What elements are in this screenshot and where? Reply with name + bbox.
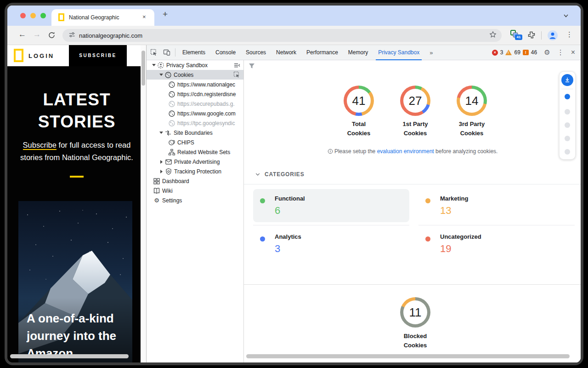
category-uncategorized[interactable]: Uncategorized 19: [418, 227, 575, 260]
sidebar-item-url-securepubads[interactable]: https://securepubads.g.: [147, 99, 243, 109]
inspect-element-icon[interactable]: [150, 49, 158, 56]
bookmark-star-icon[interactable]: [489, 31, 497, 40]
page-horizontal-scrollbar[interactable]: [10, 354, 129, 358]
tab-performance[interactable]: Performance: [301, 45, 343, 60]
tab-sources[interactable]: Sources: [241, 45, 271, 60]
sidebar-item-dashboard[interactable]: Dashboard: [147, 176, 243, 186]
sidebar-item-url-google[interactable]: https://www.google.com: [147, 109, 243, 118]
devtools-menu-icon[interactable]: ⋮: [557, 48, 564, 57]
nav-dot[interactable]: [565, 149, 570, 155]
browser-menu-icon[interactable]: ⋮: [566, 30, 573, 39]
expanded-arrow-icon[interactable]: [159, 132, 163, 134]
card-caption-line2: journey into the: [27, 329, 128, 343]
story-card[interactable]: A one-of-a-kind journey into the Amazon: [18, 201, 132, 362]
panel-divider: [561, 89, 573, 89]
warning-count: 69: [514, 49, 520, 56]
collapsed-arrow-icon[interactable]: [160, 170, 163, 173]
sidebar-item-privacy-sandbox[interactable]: Privacy Sandbox: [147, 60, 243, 70]
category-marketing[interactable]: Marketing 13: [418, 189, 575, 222]
cookie-icon: [168, 110, 175, 117]
site-header: LOGIN SUBSCRIBE: [7, 45, 146, 66]
page-scrollbar-thumb[interactable]: [141, 51, 145, 86]
site-boundaries-icon: [164, 129, 172, 137]
warning-icon[interactable]: !: [505, 50, 512, 55]
traffic-light-close[interactable]: [20, 13, 26, 18]
download-report-button[interactable]: [561, 74, 573, 86]
expanded-arrow-icon[interactable]: [159, 74, 163, 76]
tab-search-chevron-icon[interactable]: [562, 12, 570, 21]
browser-toolbar: ← → nationalgeographic.com 41 ⋮: [7, 26, 581, 45]
sidebar-item-url-nationalgeographic[interactable]: https://www.nationalgec: [147, 80, 243, 89]
tab-privacy-sandbox[interactable]: Privacy Sandbox: [373, 45, 424, 60]
cookie-icon: [168, 120, 175, 127]
subscribe-text-link[interactable]: Subscribe: [23, 141, 57, 150]
evaluation-environment-link[interactable]: evaluation environment: [377, 148, 434, 155]
collapsed-arrow-icon[interactable]: [160, 160, 163, 164]
browser-tab[interactable]: National Geographic ×: [51, 9, 154, 26]
toolbar-divider: [541, 31, 542, 40]
categories-title: CATEGORIES: [265, 171, 304, 178]
issues-icon[interactable]: !: [523, 50, 529, 55]
browser-window: National Geographic × + ← → nationalgeog…: [7, 6, 581, 362]
natgeo-logo[interactable]: [14, 49, 23, 62]
sidebar-item-url-registerdisney[interactable]: https://cdn.registerdisne: [147, 89, 243, 99]
inspect-cookies-icon[interactable]: [233, 71, 241, 79]
categories-header[interactable]: CATEGORIES: [255, 171, 304, 178]
nav-dot[interactable]: [565, 136, 570, 141]
devtools-tab-bar: Elements Console Sources Network Perform…: [147, 45, 581, 60]
sidebar-item-related-website-sets[interactable]: Related Website Sets: [147, 147, 243, 157]
tab-memory[interactable]: Memory: [343, 45, 373, 60]
psat-extension-icon[interactable]: 41: [510, 29, 522, 41]
error-icon[interactable]: ×: [492, 50, 498, 56]
first-party-cookies-label: 1st PartyCookies: [388, 120, 443, 138]
category-analytics[interactable]: Analytics 3: [253, 227, 409, 260]
sidebar-item-url-googlesyndication[interactable]: https://tpc.googlesyndic: [147, 118, 243, 128]
new-tab-button[interactable]: +: [163, 9, 168, 19]
traffic-light-minimize[interactable]: [30, 13, 36, 18]
sidebar-item-wiki[interactable]: Wiki: [147, 186, 243, 196]
login-link[interactable]: LOGIN: [28, 52, 54, 59]
filter-funnel-icon[interactable]: [249, 63, 255, 71]
tab-elements[interactable]: Elements: [177, 45, 210, 60]
sidebar-item-chips[interactable]: CHIPS: [147, 138, 243, 147]
subscribe-button[interactable]: SUBSCRIBE: [69, 45, 127, 66]
more-tabs-icon[interactable]: »: [424, 45, 438, 60]
devtools-panel: Elements Console Sources Network Perform…: [146, 45, 581, 362]
reload-button[interactable]: [48, 31, 56, 41]
nav-dot[interactable]: [565, 122, 570, 128]
forward-button[interactable]: →: [33, 30, 41, 39]
privacy-sandbox-icon: [157, 62, 164, 69]
extensions-puzzle-icon[interactable]: [527, 31, 536, 41]
sidebar-item-site-boundaries[interactable]: Site Boundaries: [147, 128, 243, 138]
devtools-close-icon[interactable]: ×: [571, 48, 575, 57]
profile-avatar[interactable]: [548, 30, 558, 40]
third-party-cookies-label: 3rd PartyCookies: [444, 120, 499, 138]
row-divider: [253, 225, 409, 225]
category-functional[interactable]: Functional 6: [253, 189, 409, 222]
blocked-cookies-donut: 11: [400, 297, 430, 328]
nav-dot[interactable]: [565, 109, 570, 115]
traffic-light-zoom[interactable]: [40, 13, 46, 18]
nav-dot-active[interactable]: [565, 94, 570, 99]
page-vertical-scrollbar[interactable]: [141, 45, 146, 362]
back-button[interactable]: ←: [18, 30, 26, 39]
marketing-dot: [425, 198, 430, 203]
tab-network[interactable]: Network: [271, 45, 301, 60]
devtools-settings-gear-icon[interactable]: ⚙: [544, 48, 550, 57]
hero-subtitle-line1: Subscribe for full access to read: [7, 141, 146, 150]
sidebar-item-tracking-protection[interactable]: Tracking Protection: [147, 167, 243, 176]
device-toolbar-icon[interactable]: [163, 49, 170, 56]
collapse-sidebar-icon[interactable]: [233, 62, 241, 69]
sidebar-item-cookies[interactable]: Cookies: [147, 70, 243, 80]
tab-close-icon[interactable]: ×: [142, 13, 146, 20]
address-bar[interactable]: nationalgeographic.com: [62, 29, 502, 42]
sidebar-item-settings[interactable]: ⚙ Settings: [147, 196, 243, 205]
site-settings-icon[interactable]: [68, 31, 75, 40]
related-website-sets-icon: [168, 149, 175, 156]
tab-console[interactable]: Console: [210, 45, 241, 60]
devtools-horizontal-scrollbar[interactable]: [246, 354, 570, 358]
row-divider: [418, 225, 575, 225]
expanded-arrow-icon[interactable]: [152, 64, 156, 66]
sidebar-item-private-advertising[interactable]: Private Advertising: [147, 157, 243, 167]
blocked-cookies-value: 11: [403, 300, 427, 324]
